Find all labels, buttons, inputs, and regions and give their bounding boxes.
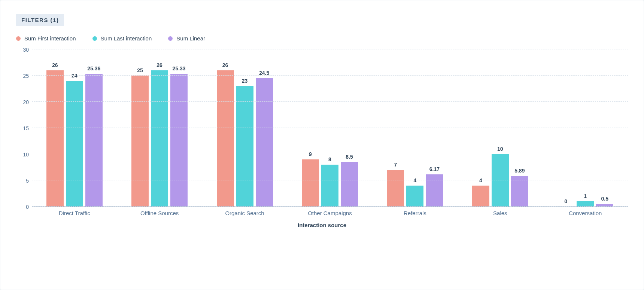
bar-value-label: 25 <box>137 67 143 73</box>
gridline <box>32 75 628 76</box>
bar[interactable]: 9 <box>302 159 319 207</box>
gridline <box>32 128 628 128</box>
bar-value-label: 10 <box>497 146 503 152</box>
gridline <box>32 49 628 49</box>
bar[interactable]: 24 <box>66 81 83 207</box>
bar-value-label: 4 <box>413 177 416 183</box>
x-tick-label: Other Campaigns <box>287 210 372 216</box>
bar[interactable]: 7 <box>387 170 404 207</box>
legend-dot-icon <box>168 36 173 41</box>
y-tick-label: 15 <box>16 125 29 131</box>
bar-group: 4105.89 <box>458 50 543 207</box>
bar[interactable]: 26 <box>217 70 234 207</box>
bar-value-label: 24 <box>72 73 78 79</box>
bar-value-label: 0.5 <box>601 196 608 202</box>
bar-value-label: 25.36 <box>87 65 100 71</box>
y-tick-label: 20 <box>16 99 29 105</box>
x-tick-label: Conversation <box>543 210 628 216</box>
bar[interactable]: 4 <box>472 186 489 207</box>
bar[interactable]: 4 <box>406 186 423 207</box>
bar[interactable]: 1 <box>577 201 594 207</box>
bar[interactable]: 25.36 <box>85 74 103 207</box>
bar[interactable]: 10 <box>492 154 509 207</box>
bar[interactable]: 24.5 <box>256 78 273 207</box>
bar-group: 988.5 <box>287 50 372 207</box>
bar-value-label: 8.5 <box>346 154 353 160</box>
legend-dot-icon <box>92 36 97 41</box>
plot-area: 262425.36252625.33262324.5988.5746.17410… <box>32 50 628 207</box>
bar-value-label: 5.89 <box>514 168 525 174</box>
bar-value-label: 26 <box>52 62 58 68</box>
bar-group: 010.5 <box>543 50 628 207</box>
bar-value-label: 6.17 <box>429 166 440 172</box>
bar[interactable]: 23 <box>236 86 253 207</box>
bar-group: 262425.36 <box>32 50 117 207</box>
chart-area: 051015202530 262425.36252625.33262324.59… <box>16 50 628 241</box>
bar[interactable]: 8.5 <box>341 162 358 207</box>
y-tick-label: 10 <box>16 152 29 158</box>
legend-label: Sum Last interaction <box>101 35 152 42</box>
bar-groups: 262425.36252625.33262324.5988.5746.17410… <box>32 50 628 207</box>
y-tick-label: 25 <box>16 73 29 79</box>
bar[interactable]: 26 <box>46 70 64 207</box>
bar-value-label: 23 <box>242 78 248 84</box>
legend-item-first[interactable]: Sum First interaction <box>16 35 76 42</box>
bar-group: 262324.5 <box>202 50 287 207</box>
x-tick-label: Direct Traffic <box>32 210 117 216</box>
y-tick-label: 30 <box>16 47 29 53</box>
x-axis-labels: Direct TrafficOffline SourcesOrganic Sea… <box>32 210 628 216</box>
y-axis: 051015202530 <box>16 50 32 207</box>
bar[interactable]: 25 <box>131 76 149 207</box>
x-tick-label: Referrals <box>373 210 458 216</box>
gridline <box>32 154 628 154</box>
legend-label: Sum First interaction <box>24 35 76 42</box>
gridline <box>32 206 628 207</box>
bar-value-label: 8 <box>328 156 331 162</box>
bar-value-label: 7 <box>394 162 397 168</box>
x-tick-label: Organic Search <box>202 210 287 216</box>
bar-value-label: 25.33 <box>173 65 186 71</box>
bar[interactable]: 26 <box>151 70 168 207</box>
legend-item-last[interactable]: Sum Last interaction <box>92 35 152 42</box>
legend-dot-icon <box>16 36 21 41</box>
bar-value-label: 0 <box>564 198 567 204</box>
x-tick-label: Offline Sources <box>117 210 202 216</box>
x-axis-title: Interaction source <box>16 222 628 228</box>
bar[interactable]: 8 <box>321 165 338 207</box>
y-tick-label: 5 <box>16 178 29 184</box>
legend: Sum First interaction Sum Last interacti… <box>16 35 628 42</box>
legend-item-linear[interactable]: Sum Linear <box>168 35 205 42</box>
bar-value-label: 26 <box>157 62 162 68</box>
bar-value-label: 9 <box>309 151 312 157</box>
bar-value-label: 4 <box>479 177 482 183</box>
bar-value-label: 1 <box>584 193 587 199</box>
gridline <box>32 101 628 102</box>
x-tick-label: Sales <box>458 210 543 216</box>
bar[interactable]: 6.17 <box>426 174 443 207</box>
bar-group: 746.17 <box>373 50 458 207</box>
bar-value-label: 26 <box>222 62 228 68</box>
gridline <box>32 180 628 180</box>
bar[interactable]: 25.33 <box>170 74 188 207</box>
filters-button[interactable]: FILTERS (1) <box>16 14 64 26</box>
y-tick-label: 0 <box>16 204 29 210</box>
bar-group: 252625.33 <box>117 50 202 207</box>
legend-label: Sum Linear <box>176 35 205 42</box>
chart-card: FILTERS (1) Sum First interaction Sum La… <box>0 0 644 290</box>
